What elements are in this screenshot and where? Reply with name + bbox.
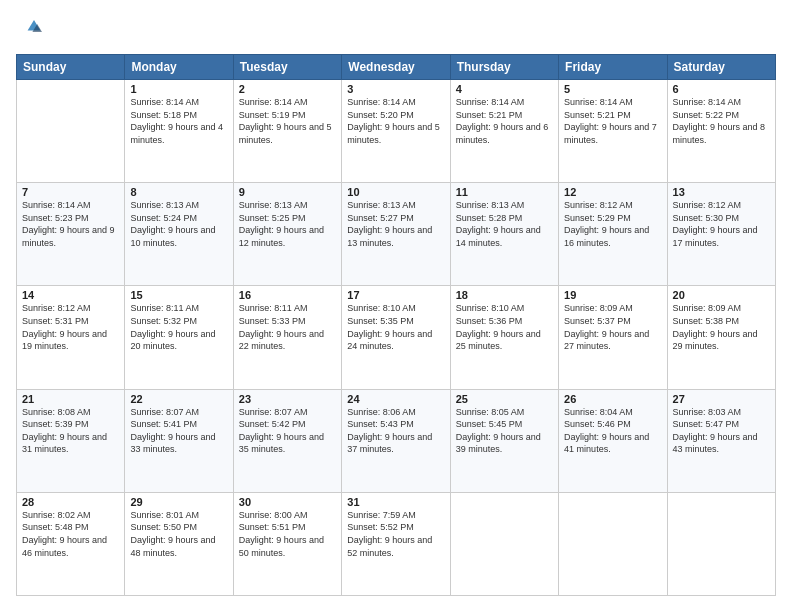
sunset: Sunset: 5:23 PM (22, 212, 119, 225)
day-info: Sunrise: 8:14 AM Sunset: 5:23 PM Dayligh… (22, 199, 119, 249)
sunrise: Sunrise: 8:14 AM (564, 96, 661, 109)
day-number: 30 (239, 496, 336, 508)
daylight: Daylight: 9 hours and 5 minutes. (347, 121, 444, 146)
sunset: Sunset: 5:47 PM (673, 418, 770, 431)
sunrise: Sunrise: 8:13 AM (347, 199, 444, 212)
sunrise: Sunrise: 8:10 AM (456, 302, 553, 315)
day-number: 28 (22, 496, 119, 508)
daylight: Daylight: 9 hours and 14 minutes. (456, 224, 553, 249)
calendar-cell: 22 Sunrise: 8:07 AM Sunset: 5:41 PM Dayl… (125, 389, 233, 492)
sunset: Sunset: 5:27 PM (347, 212, 444, 225)
calendar-week-row: 7 Sunrise: 8:14 AM Sunset: 5:23 PM Dayli… (17, 183, 776, 286)
calendar-cell: 21 Sunrise: 8:08 AM Sunset: 5:39 PM Dayl… (17, 389, 125, 492)
calendar-cell: 14 Sunrise: 8:12 AM Sunset: 5:31 PM Dayl… (17, 286, 125, 389)
sunrise: Sunrise: 8:08 AM (22, 406, 119, 419)
sunset: Sunset: 5:35 PM (347, 315, 444, 328)
sunrise: Sunrise: 8:02 AM (22, 509, 119, 522)
day-info: Sunrise: 8:08 AM Sunset: 5:39 PM Dayligh… (22, 406, 119, 456)
daylight: Daylight: 9 hours and 5 minutes. (239, 121, 336, 146)
sunset: Sunset: 5:37 PM (564, 315, 661, 328)
daylight: Daylight: 9 hours and 4 minutes. (130, 121, 227, 146)
sunset: Sunset: 5:29 PM (564, 212, 661, 225)
calendar-header-tuesday: Tuesday (233, 55, 341, 80)
day-info: Sunrise: 8:11 AM Sunset: 5:33 PM Dayligh… (239, 302, 336, 352)
calendar-cell: 18 Sunrise: 8:10 AM Sunset: 5:36 PM Dayl… (450, 286, 558, 389)
sunrise: Sunrise: 8:04 AM (564, 406, 661, 419)
calendar-cell: 17 Sunrise: 8:10 AM Sunset: 5:35 PM Dayl… (342, 286, 450, 389)
day-info: Sunrise: 8:12 AM Sunset: 5:30 PM Dayligh… (673, 199, 770, 249)
sunset: Sunset: 5:21 PM (456, 109, 553, 122)
calendar-cell: 10 Sunrise: 8:13 AM Sunset: 5:27 PM Dayl… (342, 183, 450, 286)
calendar-cell: 1 Sunrise: 8:14 AM Sunset: 5:18 PM Dayli… (125, 80, 233, 183)
sunset: Sunset: 5:22 PM (673, 109, 770, 122)
day-info: Sunrise: 8:11 AM Sunset: 5:32 PM Dayligh… (130, 302, 227, 352)
day-number: 13 (673, 186, 770, 198)
day-info: Sunrise: 8:05 AM Sunset: 5:45 PM Dayligh… (456, 406, 553, 456)
calendar-cell (559, 492, 667, 595)
logo-icon (18, 16, 42, 40)
day-number: 22 (130, 393, 227, 405)
calendar-cell: 16 Sunrise: 8:11 AM Sunset: 5:33 PM Dayl… (233, 286, 341, 389)
daylight: Daylight: 9 hours and 17 minutes. (673, 224, 770, 249)
day-info: Sunrise: 8:12 AM Sunset: 5:31 PM Dayligh… (22, 302, 119, 352)
daylight: Daylight: 9 hours and 52 minutes. (347, 534, 444, 559)
sunrise: Sunrise: 7:59 AM (347, 509, 444, 522)
daylight: Daylight: 9 hours and 7 minutes. (564, 121, 661, 146)
day-number: 20 (673, 289, 770, 301)
day-info: Sunrise: 8:13 AM Sunset: 5:25 PM Dayligh… (239, 199, 336, 249)
daylight: Daylight: 9 hours and 29 minutes. (673, 328, 770, 353)
calendar-cell (667, 492, 775, 595)
calendar-header-sunday: Sunday (17, 55, 125, 80)
day-number: 8 (130, 186, 227, 198)
calendar-cell: 4 Sunrise: 8:14 AM Sunset: 5:21 PM Dayli… (450, 80, 558, 183)
sunrise: Sunrise: 8:12 AM (673, 199, 770, 212)
sunset: Sunset: 5:30 PM (673, 212, 770, 225)
day-number: 26 (564, 393, 661, 405)
day-info: Sunrise: 8:13 AM Sunset: 5:27 PM Dayligh… (347, 199, 444, 249)
sunrise: Sunrise: 8:13 AM (456, 199, 553, 212)
day-number: 25 (456, 393, 553, 405)
day-info: Sunrise: 8:12 AM Sunset: 5:29 PM Dayligh… (564, 199, 661, 249)
daylight: Daylight: 9 hours and 6 minutes. (456, 121, 553, 146)
day-number: 18 (456, 289, 553, 301)
daylight: Daylight: 9 hours and 35 minutes. (239, 431, 336, 456)
daylight: Daylight: 9 hours and 41 minutes. (564, 431, 661, 456)
calendar-header-wednesday: Wednesday (342, 55, 450, 80)
day-number: 6 (673, 83, 770, 95)
calendar-cell: 7 Sunrise: 8:14 AM Sunset: 5:23 PM Dayli… (17, 183, 125, 286)
day-number: 12 (564, 186, 661, 198)
sunset: Sunset: 5:25 PM (239, 212, 336, 225)
sunset: Sunset: 5:32 PM (130, 315, 227, 328)
calendar-cell: 6 Sunrise: 8:14 AM Sunset: 5:22 PM Dayli… (667, 80, 775, 183)
day-info: Sunrise: 8:04 AM Sunset: 5:46 PM Dayligh… (564, 406, 661, 456)
sunset: Sunset: 5:28 PM (456, 212, 553, 225)
day-number: 11 (456, 186, 553, 198)
sunset: Sunset: 5:33 PM (239, 315, 336, 328)
calendar-week-row: 21 Sunrise: 8:08 AM Sunset: 5:39 PM Dayl… (17, 389, 776, 492)
calendar-cell: 27 Sunrise: 8:03 AM Sunset: 5:47 PM Dayl… (667, 389, 775, 492)
day-number: 10 (347, 186, 444, 198)
daylight: Daylight: 9 hours and 33 minutes. (130, 431, 227, 456)
sunrise: Sunrise: 8:14 AM (239, 96, 336, 109)
sunset: Sunset: 5:39 PM (22, 418, 119, 431)
daylight: Daylight: 9 hours and 43 minutes. (673, 431, 770, 456)
daylight: Daylight: 9 hours and 22 minutes. (239, 328, 336, 353)
calendar-cell: 25 Sunrise: 8:05 AM Sunset: 5:45 PM Dayl… (450, 389, 558, 492)
calendar-cell: 9 Sunrise: 8:13 AM Sunset: 5:25 PM Dayli… (233, 183, 341, 286)
calendar-cell: 12 Sunrise: 8:12 AM Sunset: 5:29 PM Dayl… (559, 183, 667, 286)
calendar-cell: 28 Sunrise: 8:02 AM Sunset: 5:48 PM Dayl… (17, 492, 125, 595)
calendar-cell: 24 Sunrise: 8:06 AM Sunset: 5:43 PM Dayl… (342, 389, 450, 492)
sunrise: Sunrise: 8:10 AM (347, 302, 444, 315)
day-number: 24 (347, 393, 444, 405)
day-info: Sunrise: 8:07 AM Sunset: 5:41 PM Dayligh… (130, 406, 227, 456)
calendar-cell: 31 Sunrise: 7:59 AM Sunset: 5:52 PM Dayl… (342, 492, 450, 595)
day-info: Sunrise: 8:02 AM Sunset: 5:48 PM Dayligh… (22, 509, 119, 559)
day-number: 16 (239, 289, 336, 301)
sunset: Sunset: 5:19 PM (239, 109, 336, 122)
sunset: Sunset: 5:48 PM (22, 521, 119, 534)
sunrise: Sunrise: 8:13 AM (239, 199, 336, 212)
sunset: Sunset: 5:51 PM (239, 521, 336, 534)
day-info: Sunrise: 8:14 AM Sunset: 5:21 PM Dayligh… (456, 96, 553, 146)
calendar-cell (17, 80, 125, 183)
calendar-cell: 2 Sunrise: 8:14 AM Sunset: 5:19 PM Dayli… (233, 80, 341, 183)
